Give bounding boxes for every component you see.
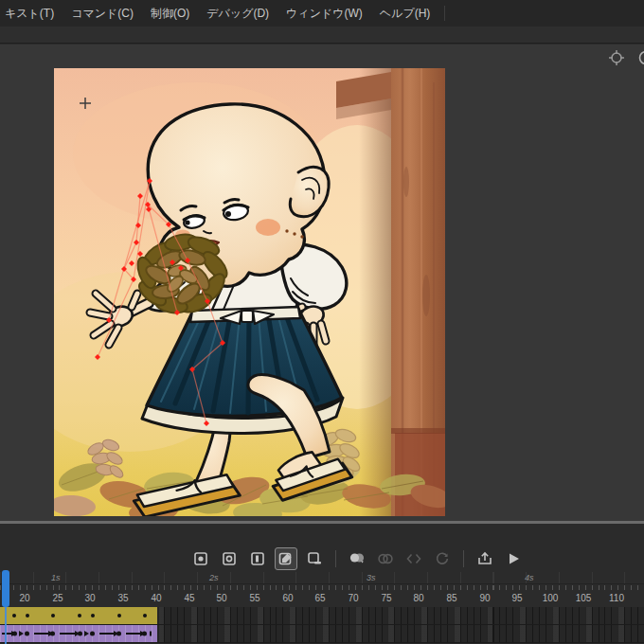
ruler-second-label: 1s [51, 573, 61, 582]
playhead-line [5, 607, 7, 644]
playhead[interactable] [2, 570, 9, 607]
menu-item-1[interactable]: コマンド(C) [63, 6, 142, 22]
edit-multiple-frames-button[interactable] [402, 547, 425, 570]
menu-item-0[interactable]: キスト(T) [0, 6, 63, 22]
ruler-frame-label: 35 [117, 593, 128, 603]
layer-row-upper[interactable] [0, 607, 644, 625]
timeline-panel: 1s2s3s4s 2025303540455055606570758085909… [0, 524, 644, 644]
loop-button[interactable] [431, 547, 454, 570]
keyframe-dot[interactable] [25, 632, 29, 636]
ruler-frame-label: 100 [543, 593, 559, 603]
insert-blank-keyframe-button[interactable] [218, 547, 241, 570]
timeline-toolbar [189, 546, 525, 571]
keyframe-arrow[interactable] [99, 633, 115, 635]
keyframe-dot[interactable] [78, 614, 81, 617]
keyframe-arrow[interactable] [126, 633, 141, 635]
ruler-frame-label: 45 [184, 593, 194, 603]
keyframe-dot[interactable] [143, 614, 147, 617]
ruler-frame-label: 105 [576, 593, 592, 603]
ruler-frame-label: 110 [609, 593, 624, 603]
timeline-layers [0, 607, 644, 644]
keyframe-dot[interactable] [51, 614, 55, 617]
ruler-frame-label: 70 [348, 593, 358, 603]
keyframe-arrow[interactable] [34, 633, 49, 635]
ruler-frame-label: 60 [282, 593, 293, 603]
menu-item-2[interactable]: 制御(O) [142, 6, 198, 22]
menu-item-4[interactable]: ウィンドウ(W) [277, 6, 371, 22]
timeline-ruler[interactable]: 1s2s3s4s 2025303540455055606570758085909… [0, 572, 644, 607]
ruler-second-label: 3s [367, 573, 376, 582]
keyframe-arrow[interactable] [2, 633, 12, 635]
keyframe-dot[interactable] [26, 614, 29, 617]
ruler-frame-label: 40 [151, 593, 161, 603]
ruler-frame-label: 90 [479, 593, 490, 603]
keyframe-dot[interactable] [91, 614, 95, 617]
menu-bar: キスト(T)コマンド(C)制御(O)デバッグ(D)ウィンドウ(W)ヘルプ(H) [0, 0, 644, 27]
ruler-second-label: 4s [525, 573, 534, 582]
keyframe-dot[interactable] [117, 614, 121, 617]
insert-frame-button[interactable] [246, 547, 269, 570]
auto-keyframe-button[interactable] [275, 547, 297, 570]
keyframe-dot[interactable] [142, 632, 147, 636]
pasteboard[interactable] [0, 45, 644, 521]
menu-item-3[interactable]: デバッグ(D) [198, 6, 277, 22]
ruler-frame-label: 85 [446, 593, 456, 603]
keyframe-dot[interactable] [50, 632, 55, 636]
stage-toolbar [608, 49, 644, 66]
export-frame-button[interactable] [474, 547, 496, 570]
remove-frame-button[interactable] [303, 547, 326, 570]
keyframe-tri[interactable] [84, 631, 89, 636]
ruler-second-label: 2s [209, 573, 219, 582]
stage-canvas[interactable] [54, 68, 445, 516]
keyframe-tick[interactable] [150, 632, 152, 636]
ruler-frame-label: 95 [511, 593, 522, 603]
ruler-frame-label: 80 [413, 593, 423, 603]
keyframe-dot[interactable] [90, 632, 95, 636]
ruler-frame-label: 65 [314, 593, 325, 603]
insert-keyframe-button[interactable] [189, 547, 212, 570]
tween-span[interactable] [0, 607, 157, 624]
toolbar-separator [463, 550, 464, 567]
onion-skin-outline-button[interactable] [374, 547, 397, 570]
keyframe-dot[interactable] [116, 632, 121, 636]
keyframe-dot[interactable] [78, 632, 82, 636]
tween-span[interactable] [0, 625, 157, 642]
menu-separator [444, 6, 445, 21]
ruler-frame-label: 50 [216, 593, 226, 603]
play-button[interactable] [502, 547, 525, 570]
menu-item-5[interactable]: ヘルプ(H) [371, 6, 439, 22]
ruler-seconds-row: 1s2s3s4s [0, 572, 644, 584]
keyframe-tri[interactable] [19, 631, 24, 636]
application-window: キスト(T)コマンド(C)制御(O)デバッグ(D)ウィンドウ(W)ヘルプ(H) [0, 0, 644, 644]
document-bar [0, 27, 644, 44]
layer-row-lower[interactable] [0, 625, 644, 643]
ruler-frame-numbers: 2025303540455055606570758085909510010511… [0, 590, 644, 607]
clipped-rotate-icon[interactable] [636, 49, 644, 66]
ruler-frame-label: 25 [52, 593, 63, 603]
ruler-frame-label: 75 [381, 593, 391, 603]
keyframe-dot[interactable] [12, 632, 17, 636]
keyframe-arrow[interactable] [60, 633, 76, 635]
ruler-frame-label: 30 [84, 593, 95, 603]
stage-illustration [54, 68, 445, 516]
center-stage-icon[interactable] [608, 49, 625, 66]
onion-skin-button[interactable] [346, 547, 368, 570]
ruler-frame-label: 55 [249, 593, 259, 603]
keyframe-dot[interactable] [12, 614, 16, 617]
ruler-frame-label: 20 [19, 593, 29, 603]
toolbar-separator [335, 550, 336, 567]
